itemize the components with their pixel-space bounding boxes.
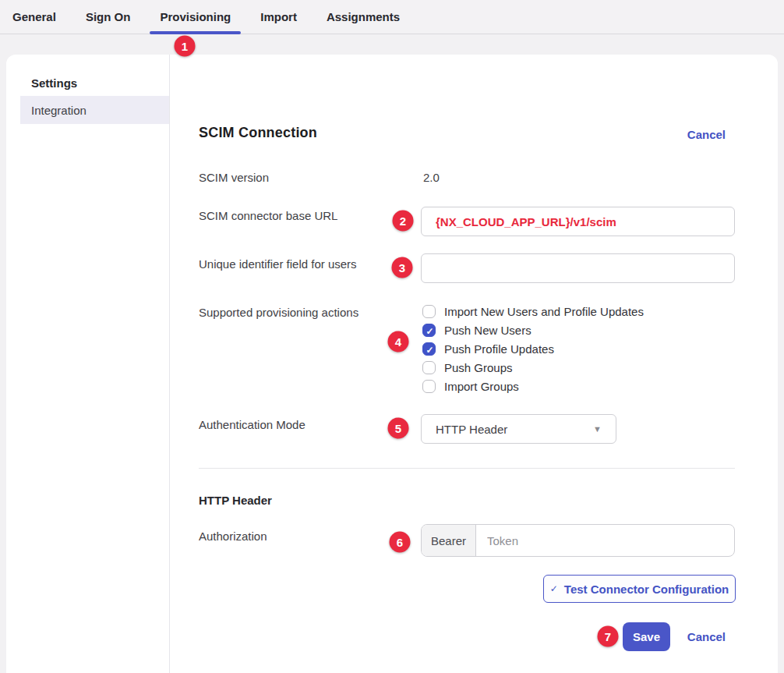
checkbox-push-new-users[interactable]: Push New Users <box>422 324 531 337</box>
checkbox-import-new-users[interactable]: Import New Users and Profile Updates <box>422 305 644 318</box>
chevron-down-icon: ▼ <box>593 424 602 434</box>
checkbox-icon[interactable] <box>422 361 436 374</box>
settings-sidebar: Settings Integration <box>6 55 170 673</box>
test-connector-button[interactable]: ✓ Test Connector Configuration <box>543 575 736 603</box>
checkbox-label: Import Groups <box>444 380 519 393</box>
step-badge-1: 1 <box>175 36 196 57</box>
tab-provisioning[interactable]: Provisioning <box>150 0 241 34</box>
scim-version-value: 2.0 <box>423 171 440 184</box>
page-title: SCIM Connection <box>199 125 317 141</box>
checkbox-push-profile-updates[interactable]: Push Profile Updates <box>422 342 554 356</box>
authorization-input-group: Bearer <box>421 524 735 557</box>
test-connector-label: Test Connector Configuration <box>564 583 729 596</box>
base-url-input[interactable] <box>421 207 735 236</box>
tab-assignments[interactable]: Assignments <box>316 0 410 34</box>
step-badge-2: 2 <box>393 211 414 232</box>
cancel-link-top[interactable]: Cancel <box>687 128 726 141</box>
tab-sign-on[interactable]: Sign On <box>76 0 141 34</box>
checkbox-icon[interactable] <box>422 342 436 356</box>
app-tab-bar: General Sign On Provisioning Import Assi… <box>0 0 784 34</box>
checkbox-icon[interactable] <box>422 380 436 393</box>
http-header-section-title: HTTP Header <box>199 494 272 507</box>
bearer-prefix: Bearer <box>422 525 476 556</box>
unique-id-input[interactable] <box>421 253 735 283</box>
checkbox-import-groups[interactable]: Import Groups <box>422 380 519 393</box>
sidebar-item-label: Integration <box>31 104 87 117</box>
provisioning-actions-label: Supported provisioning actions <box>199 306 358 319</box>
save-button[interactable]: Save <box>623 622 670 651</box>
step-badge-6: 6 <box>390 532 411 553</box>
base-url-label: SCIM connector base URL <box>199 209 337 222</box>
checkbox-label: Push New Users <box>444 324 531 337</box>
checkbox-push-groups[interactable]: Push Groups <box>422 361 513 374</box>
step-badge-5: 5 <box>388 418 409 439</box>
checkbox-label: Push Groups <box>444 361 513 374</box>
scim-version-label: SCIM version <box>199 171 269 184</box>
token-input[interactable] <box>476 525 734 556</box>
step-badge-3: 3 <box>392 257 413 278</box>
sidebar-header: Settings <box>31 76 77 90</box>
step-badge-7: 7 <box>598 626 619 647</box>
unique-id-label: Unique identifier field for users <box>199 257 357 271</box>
auth-mode-selected-value: HTTP Header <box>436 423 507 436</box>
checkbox-icon[interactable] <box>422 305 436 318</box>
auth-mode-label: Authentication Mode <box>199 418 305 431</box>
check-icon: ✓ <box>550 583 558 594</box>
tab-general[interactable]: General <box>2 0 66 34</box>
authorization-label: Authorization <box>199 530 267 543</box>
content-card: Settings Integration SCIM Connection Can… <box>6 55 778 673</box>
step-badge-4: 4 <box>388 331 409 352</box>
sidebar-item-integration[interactable]: Integration <box>20 96 169 124</box>
checkbox-label: Push Profile Updates <box>444 342 554 356</box>
cancel-link-bottom[interactable]: Cancel <box>687 630 726 643</box>
checkbox-label: Import New Users and Profile Updates <box>444 305 644 318</box>
auth-mode-select[interactable]: HTTP Header ▼ <box>421 414 616 444</box>
tab-import[interactable]: Import <box>250 0 307 34</box>
section-divider <box>199 468 735 469</box>
checkbox-icon[interactable] <box>422 324 436 337</box>
